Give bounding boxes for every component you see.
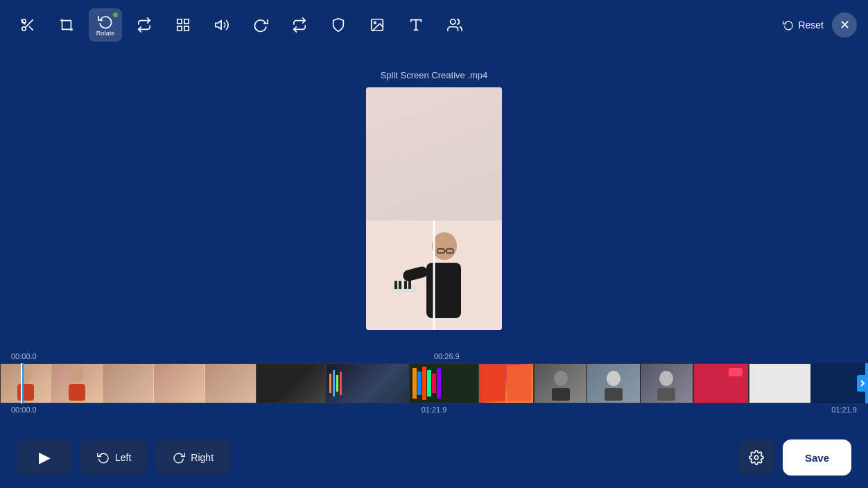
volume-tool-button[interactable] — [205, 8, 238, 42]
speed-tool-button[interactable] — [244, 8, 277, 42]
thumb-red — [693, 363, 749, 403]
thumb-dark-2 — [534, 363, 693, 403]
image-tool-button[interactable] — [361, 8, 394, 42]
save-button[interactable]: Save — [783, 439, 851, 476]
preview-area: Split Screen Creative .mp4 — [0, 50, 868, 349]
timeline-container: 00:00.0 00:26.9 — [0, 349, 868, 426]
active-dot — [113, 12, 118, 17]
settings-button[interactable] — [738, 439, 774, 476]
svg-rect-27 — [17, 384, 34, 401]
play-button[interactable]: ▶ — [17, 439, 72, 476]
split-line — [433, 220, 435, 330]
thumb-editing-1 — [326, 363, 409, 403]
close-button[interactable]: ✕ — [832, 12, 857, 37]
svg-rect-33 — [605, 388, 623, 401]
rotate-right-button[interactable]: Right — [156, 439, 230, 476]
rotate-tool-button[interactable]: Rotate — [89, 8, 122, 42]
rotate-right-label: Right — [191, 452, 214, 463]
reset-label: Reset — [798, 19, 824, 31]
svg-point-30 — [554, 371, 568, 386]
svg-point-34 — [659, 371, 673, 386]
thumb-persons — [0, 363, 257, 403]
svg-rect-23 — [399, 281, 401, 289]
rotate-label: Rotate — [96, 30, 115, 37]
close-icon: ✕ — [840, 17, 850, 33]
svg-marker-9 — [216, 21, 221, 30]
timecode-bottom-mid: 01:21.9 — [422, 406, 447, 414]
svg-rect-6 — [184, 19, 189, 24]
loop-tool-button[interactable] — [283, 8, 316, 42]
layout-tool-button[interactable] — [166, 8, 200, 42]
svg-rect-29 — [69, 384, 85, 401]
svg-point-14 — [451, 19, 455, 24]
svg-rect-5 — [177, 19, 182, 24]
flip-tool-button[interactable] — [128, 8, 161, 42]
rotate-left-label: Left — [115, 452, 131, 463]
timecode-bottom-left: 00:00.0 — [11, 406, 37, 414]
save-label: Save — [805, 452, 829, 464]
svg-rect-25 — [408, 281, 411, 289]
svg-rect-35 — [657, 388, 675, 401]
bottom-controls: ▶ Left Right Save — [0, 427, 868, 488]
thumb-colorful — [409, 363, 478, 403]
timecode-bottom-right: 01:21.9 — [831, 406, 857, 414]
mask-tool-button[interactable] — [322, 8, 355, 42]
video-bottom-half — [366, 220, 502, 330]
timeline-timecodes-bottom: 00:00.0 01:21.9 01:21.9 — [0, 403, 868, 414]
svg-point-15 — [432, 232, 457, 260]
playhead-line — [21, 363, 22, 403]
file-title: Split Screen Creative .mp4 — [381, 70, 488, 80]
thumbnail-strip — [0, 363, 868, 403]
cut-tool-button[interactable] — [11, 8, 44, 42]
svg-rect-22 — [394, 281, 397, 289]
timecode-left: 00:00.0 — [11, 352, 37, 360]
thumb-dark-1 — [257, 363, 326, 403]
svg-rect-20 — [402, 265, 429, 282]
svg-line-3 — [29, 26, 33, 30]
play-icon: ▶ — [39, 448, 51, 467]
svg-point-28 — [70, 367, 84, 382]
video-preview — [366, 87, 502, 330]
reset-button[interactable]: Reset — [783, 19, 824, 31]
video-top-half — [366, 87, 502, 221]
timecode-mid: 00:26.9 — [434, 352, 460, 360]
svg-rect-31 — [552, 388, 570, 401]
svg-rect-8 — [177, 26, 182, 31]
svg-rect-19 — [426, 263, 461, 318]
thumb-white — [749, 363, 811, 403]
rotate-left-button[interactable]: Left — [80, 439, 148, 476]
svg-rect-7 — [184, 26, 189, 31]
timeline-track[interactable]: 00:00.0 — [0, 363, 868, 403]
toolbar-right: Reset ✕ — [783, 12, 857, 37]
svg-rect-24 — [404, 281, 407, 289]
effects-tool-button[interactable] — [438, 8, 471, 42]
right-trim-arrow[interactable] — [857, 375, 868, 392]
svg-point-11 — [374, 21, 376, 24]
thumb-orange — [478, 363, 534, 403]
text-tool-button[interactable] — [399, 8, 433, 42]
timeline-timecodes-top: 00:00.0 00:26.9 — [0, 349, 868, 363]
svg-point-36 — [754, 455, 758, 460]
crop-tool-button[interactable] — [50, 8, 83, 42]
toolbar: Rotate — [0, 0, 868, 50]
svg-point-32 — [607, 371, 620, 386]
